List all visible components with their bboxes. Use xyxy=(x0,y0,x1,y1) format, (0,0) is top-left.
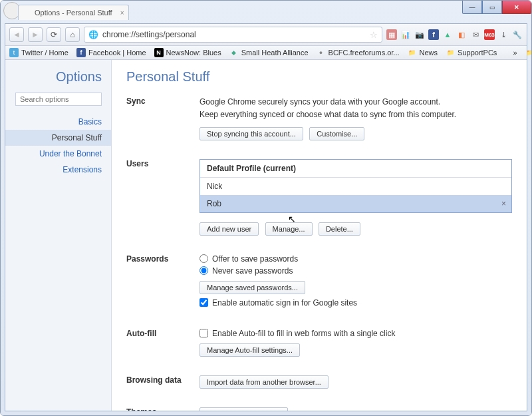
section-label-themes: Themes xyxy=(126,407,200,411)
sidebar-item-basics[interactable]: Basics xyxy=(5,114,111,130)
back-button[interactable]: ◄ xyxy=(9,27,24,42)
page-title: Personal Stuff xyxy=(126,69,512,85)
manage-autofill-button[interactable]: Manage Auto-fill settings... xyxy=(200,343,300,357)
extension-icon[interactable]: 📊 xyxy=(400,29,411,40)
bookmark-item[interactable]: fFacebook | Home xyxy=(76,48,146,57)
other-bookmarks[interactable]: 📁Other bookmarks xyxy=(525,48,533,57)
extension-icon[interactable]: M63 xyxy=(484,29,495,40)
url-input[interactable] xyxy=(102,30,366,39)
remove-user-icon[interactable]: × xyxy=(501,199,506,208)
search-options-input[interactable] xyxy=(15,93,102,106)
bookmark-item[interactable]: NNewsNow: Blues xyxy=(154,48,221,57)
extension-icon[interactable]: f xyxy=(428,29,439,40)
sidebar-item-extensions[interactable]: Extensions xyxy=(5,162,111,178)
tab-title: Options - Personal Stuff xyxy=(35,9,112,17)
extension-icon[interactable]: ✉ xyxy=(470,29,481,40)
omnibox[interactable]: 🌐 ☆ xyxy=(84,27,382,43)
bookmarks-bar: tTwitter / Home fFacebook | Home NNewsNo… xyxy=(5,46,527,60)
section-label-sync: Sync xyxy=(126,97,200,140)
maximize-button[interactable]: ▭ xyxy=(482,1,502,14)
bookmark-item[interactable]: tTwitter / Home xyxy=(9,48,68,57)
bookmark-folder[interactable]: 📁News xyxy=(408,48,438,57)
auto-signin-checkbox[interactable]: Enable automatic sign in for Google site… xyxy=(200,298,512,308)
sidebar-title: Options xyxy=(5,69,111,93)
bookmark-star-icon[interactable]: ☆ xyxy=(370,30,378,40)
home-button[interactable]: ⌂ xyxy=(65,27,80,42)
never-save-passwords-radio[interactable]: Never save passwords xyxy=(200,266,512,276)
bookmark-folder[interactable]: 📁SupportPCs xyxy=(446,48,497,57)
extension-icon[interactable]: 📷 xyxy=(414,29,425,40)
bookmark-item[interactable]: ●BCFC.freeforums.or... xyxy=(317,48,400,57)
import-data-button[interactable]: Import data from another browser... xyxy=(200,375,329,389)
delete-user-button[interactable]: Delete... xyxy=(319,222,360,236)
browser-toolbar: ◄ ► ⟳ ⌂ 🌐 ☆ ▦ 📊 📷 f ▲ ◧ ✉ M63 ⤓ 🔧 xyxy=(5,24,527,46)
section-label-autofill: Auto-fill xyxy=(126,329,200,357)
offer-save-passwords-radio[interactable]: Offer to save passwords xyxy=(200,254,512,264)
extension-icon[interactable]: ▲ xyxy=(442,29,453,40)
user-row[interactable]: Rob × xyxy=(200,195,511,212)
options-sidebar: Options Basics Personal Stuff Under the … xyxy=(5,60,112,411)
minimize-button[interactable]: — xyxy=(462,1,482,14)
window-close-button[interactable]: ✕ xyxy=(502,1,531,14)
sync-text: Google Chrome securely syncs your data w… xyxy=(200,97,512,108)
user-row[interactable]: Nick xyxy=(200,178,511,195)
sidebar-item-under-the-bonnet[interactable]: Under the Bonnet xyxy=(5,146,111,162)
customise-sync-button[interactable]: Customise... xyxy=(309,127,364,140)
extension-icon[interactable]: ▦ xyxy=(386,29,397,40)
users-list: Default Profile (current) Nick Rob × xyxy=(200,159,512,213)
section-label-users: Users xyxy=(126,159,200,236)
close-tab-icon[interactable]: × xyxy=(120,9,124,17)
site-icon: 🌐 xyxy=(88,30,98,39)
user-row-default[interactable]: Default Profile (current) xyxy=(200,160,511,178)
main-panel: Personal Stuff Sync Google Chrome secure… xyxy=(112,60,527,411)
extension-icon[interactable]: ◧ xyxy=(456,29,467,40)
section-label-browsing-data: Browsing data xyxy=(126,375,200,389)
sidebar-item-personal-stuff[interactable]: Personal Stuff xyxy=(5,130,111,146)
wrench-menu-icon[interactable]: 🔧 xyxy=(512,29,523,40)
enable-autofill-checkbox[interactable]: Enable Auto-fill to fill in web forms wi… xyxy=(200,329,512,338)
extension-icon[interactable]: ⤓ xyxy=(498,29,509,40)
add-user-button[interactable]: Add new user xyxy=(200,222,259,236)
manage-passwords-button[interactable]: Manage saved passwords... xyxy=(200,281,305,294)
section-label-passwords: Passwords xyxy=(126,254,200,310)
stop-sync-button[interactable]: Stop syncing this account... xyxy=(200,127,303,140)
bookmark-item[interactable]: ◆Small Heath Alliance xyxy=(229,48,309,57)
browser-tab[interactable]: Options - Personal Stuff × xyxy=(18,5,129,20)
sync-text: Keep everything synced or choose what da… xyxy=(200,109,512,120)
bookmark-overflow[interactable]: » xyxy=(513,49,517,57)
manage-user-button[interactable]: Manage... xyxy=(265,222,313,236)
forward-button[interactable]: ► xyxy=(28,27,43,42)
reload-button[interactable]: ⟳ xyxy=(47,27,61,42)
reset-theme-button[interactable]: Reset to default theme xyxy=(200,407,288,411)
